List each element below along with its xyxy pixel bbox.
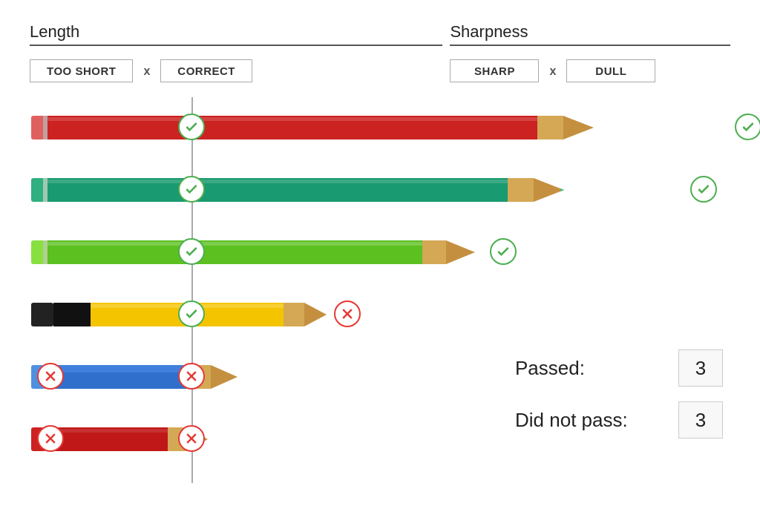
did-not-pass-value: 3 (678, 401, 723, 439)
pencil-4-length-pass (178, 301, 205, 327)
svg-rect-7 (31, 178, 45, 202)
pencil-3-length-pass (178, 238, 205, 265)
length-separator: x (143, 65, 150, 78)
pencil-row-3 (30, 222, 730, 283)
svg-rect-33 (49, 365, 190, 372)
pencil-3-length-check (178, 238, 205, 265)
length-label-2: CORRECT (160, 59, 252, 82)
pencil-5-length-fail-end (37, 363, 64, 390)
main-container: Length Sharpness TOO SHORT x CORRECT SHA… (0, 0, 760, 532)
sharpness-separator: x (549, 65, 556, 78)
pencil-row-4 (30, 284, 730, 345)
length-legend: TOO SHORT x CORRECT (30, 59, 442, 82)
svg-rect-13 (48, 180, 508, 183)
svg-rect-19 (48, 242, 422, 246)
sharpness-label-2: DULL (566, 59, 655, 82)
pencil-5-end-cross (37, 363, 64, 390)
did-not-pass-row: Did not pass: 3 (515, 401, 723, 439)
pencil-6-end-cross (37, 425, 64, 452)
length-section: Length (30, 22, 442, 46)
svg-rect-10 (508, 178, 534, 202)
pencil-row-2 (30, 160, 730, 220)
sharpness-legend: SHARP x DULL (450, 59, 730, 82)
pencil-3-sharpness-pass (490, 238, 517, 265)
svg-marker-12 (560, 188, 564, 191)
pencil-svg-2 (30, 171, 564, 208)
did-not-pass-label: Did not pass: (515, 409, 664, 432)
svg-rect-0 (31, 116, 45, 139)
pencil-6-length-fail-end (37, 425, 64, 452)
svg-rect-8 (43, 178, 48, 202)
pencil-6-length-check (178, 425, 205, 452)
sharpness-section: Sharpness (450, 22, 730, 46)
legend-row: TOO SHORT x CORRECT SHARP x DULL (30, 59, 730, 82)
pencil-5-length-fail (178, 363, 205, 390)
svg-rect-1 (43, 116, 48, 139)
pencil-1-length-check (178, 114, 205, 140)
pencil-4-sharpness-fail (334, 301, 361, 327)
svg-rect-6 (48, 117, 537, 121)
pencil-4-sharpness-check (334, 301, 361, 327)
passed-value: 3 (678, 349, 723, 387)
pencil-2-sharpness-pass (690, 176, 717, 203)
pencil-1-sharpness-pass (735, 114, 760, 140)
svg-rect-15 (43, 240, 48, 264)
length-label-1: TOO SHORT (30, 59, 133, 82)
svg-marker-35 (211, 365, 238, 389)
svg-rect-14 (31, 240, 45, 264)
pencil-4-length-check (178, 301, 205, 327)
pencil-5-length-check (178, 363, 205, 390)
pencil-1-length-pass (178, 114, 205, 140)
passed-label: Passed: (515, 357, 664, 380)
length-title: Length (30, 22, 442, 46)
stats-section: Passed: 3 Did not pass: 3 (515, 349, 723, 439)
pencil-3-sharpness-check (490, 238, 517, 265)
pencil-2-length-check (178, 176, 205, 203)
pencil-2-sharpness-check (690, 176, 717, 203)
svg-marker-4 (563, 116, 594, 139)
pencil-area: Passed: 3 Did not pass: 3 (30, 97, 730, 470)
pencil-svg-3 (30, 234, 475, 271)
svg-rect-17 (422, 240, 446, 264)
sharpness-title: Sharpness (450, 22, 730, 46)
svg-marker-18 (446, 240, 475, 264)
svg-rect-23 (284, 303, 304, 326)
passed-row: Passed: 3 (515, 349, 723, 387)
header-row: Length Sharpness (30, 22, 730, 46)
pencil-row-1 (30, 97, 730, 158)
svg-rect-20 (31, 303, 53, 326)
pencil-2-length-pass (178, 176, 205, 203)
pencil-1-sharpness-check (735, 114, 760, 140)
sharpness-label-1: SHARP (450, 59, 539, 82)
pencil-svg-1 (30, 109, 594, 146)
svg-marker-11 (534, 178, 564, 202)
svg-rect-21 (53, 303, 91, 326)
svg-rect-3 (537, 116, 563, 139)
pencil-6-length-fail (178, 425, 205, 452)
svg-marker-24 (304, 303, 327, 326)
svg-rect-45 (50, 429, 168, 433)
